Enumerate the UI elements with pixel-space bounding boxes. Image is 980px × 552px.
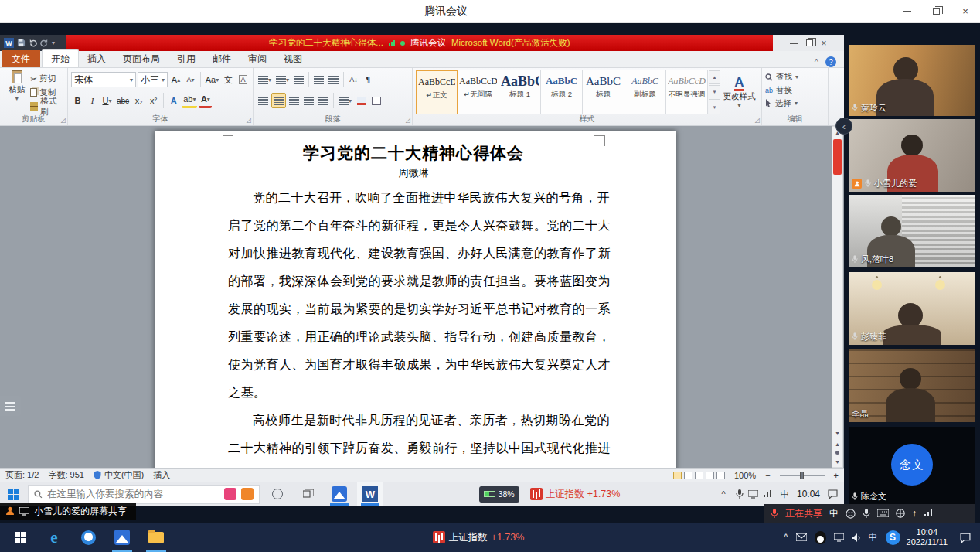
dictation-mic-icon[interactable] <box>863 509 870 519</box>
style-subtle-emphasis[interactable]: AaBbCcD不明显强调 <box>666 70 708 114</box>
participant-tile[interactable]: 黄玲云 <box>849 45 975 116</box>
insert-mode[interactable]: 插入 <box>153 469 170 481</box>
sharing-mic-icon[interactable] <box>771 509 778 519</box>
touch-keyboard-icon[interactable] <box>877 509 889 517</box>
show-hidden-icons-chevron[interactable]: ^ <box>716 489 731 499</box>
tab-mailings[interactable]: 邮件 <box>204 50 240 67</box>
tab-home[interactable]: 开始 <box>42 49 79 67</box>
next-page-icon[interactable]: ▾ <box>832 456 842 467</box>
tab-references[interactable]: 引用 <box>168 50 204 67</box>
previous-page-icon[interactable]: ▴ <box>832 438 842 449</box>
mic-tray-icon[interactable] <box>736 489 744 499</box>
format-painter-button[interactable]: 格式刷 <box>30 100 64 113</box>
tab-insert[interactable]: 插入 <box>79 50 114 67</box>
task-view-button[interactable] <box>295 482 322 506</box>
numbering-button[interactable]: ▾ <box>274 72 291 87</box>
line-spacing-button[interactable]: ▾ <box>337 93 353 108</box>
word-close-icon[interactable]: × <box>821 38 826 49</box>
subscript-button[interactable]: x₂ <box>132 93 145 108</box>
scrollbar-thumb[interactable] <box>833 139 842 175</box>
distribute-button[interactable] <box>317 93 330 108</box>
signal-bars-icon[interactable] <box>924 509 933 517</box>
align-right-button[interactable] <box>288 93 301 108</box>
clipboard-dialog-launcher[interactable]: ◿ <box>61 117 66 124</box>
tab-view[interactable]: 视图 <box>275 50 311 67</box>
participant-tile[interactable]: 李晶 <box>849 349 975 422</box>
edge-button[interactable]: e <box>37 523 71 552</box>
show-hidden-icons-chevron[interactable]: ^ <box>784 532 788 543</box>
align-center-button[interactable] <box>271 93 286 108</box>
start-button[interactable] <box>3 523 37 552</box>
tab-review[interactable]: 审阅 <box>240 50 275 67</box>
print-layout-view-icon[interactable] <box>673 472 682 479</box>
superscript-button[interactable]: x² <box>147 93 160 108</box>
document-page[interactable]: 学习党的二十大精神心得体会 周微琳 党的二十大召开，吹响了全面推进中华民族伟大复… <box>155 131 676 468</box>
bullets-button[interactable]: ▾ <box>257 72 273 87</box>
shrink-font-button[interactable]: A▾ <box>184 72 197 87</box>
save-icon[interactable] <box>17 39 26 47</box>
meeting-tray-icon[interactable]: S <box>886 530 900 545</box>
cortana-button[interactable] <box>264 482 291 506</box>
font-color-button[interactable]: A▾ <box>199 93 212 108</box>
clock[interactable]: 10:04 2022/11/11 <box>900 527 954 547</box>
word-logo-icon[interactable]: W <box>4 38 14 48</box>
emoji-icon[interactable] <box>846 509 856 519</box>
display-tray-icon[interactable] <box>748 490 758 499</box>
replace-button[interactable]: ab 替换 <box>765 83 825 97</box>
borders-button[interactable] <box>369 93 383 108</box>
character-border-button[interactable]: A <box>236 72 250 87</box>
battery-widget[interactable]: 38% <box>479 486 519 503</box>
ime-indicator[interactable]: 中 <box>777 489 792 500</box>
file-explorer-button[interactable] <box>139 523 173 552</box>
minimize-button[interactable] <box>892 0 921 22</box>
cut-button[interactable]: ✂剪切 <box>30 72 64 85</box>
participant-tile[interactable]: 彭臻菲 <box>849 272 975 345</box>
zoom-slider-thumb[interactable] <box>800 472 804 479</box>
participant-tile[interactable]: 小雪儿的爱 <box>849 119 975 192</box>
style-no-spacing[interactable]: AaBbCcDc↵无间隔 <box>458 70 499 114</box>
draft-view-icon[interactable] <box>716 472 725 479</box>
select-browse-object-icon[interactable] <box>835 451 839 455</box>
style-normal[interactable]: AaBbCcDc↵正文 <box>416 70 458 114</box>
tab-page-layout[interactable]: 页面布局 <box>114 50 168 67</box>
redo-icon[interactable] <box>40 39 49 47</box>
styles-dialog-launcher[interactable]: ◿ <box>755 117 760 124</box>
style-heading2[interactable]: AaBbC标题 2 <box>541 70 583 114</box>
shared-start-button[interactable] <box>3 484 23 504</box>
zoom-slider[interactable] <box>780 475 825 476</box>
grow-font-button[interactable]: A▴ <box>169 72 182 87</box>
shared-clock[interactable]: 10:04 <box>797 489 820 499</box>
collapse-ribbon-icon[interactable]: ^ <box>815 57 818 66</box>
language-indicator[interactable]: 中文(中国) <box>94 469 144 481</box>
zoom-out-icon[interactable]: − <box>765 471 770 480</box>
change-case-button[interactable]: Aa▾ <box>204 72 220 87</box>
align-left-button[interactable] <box>257 93 270 108</box>
italic-button[interactable]: I <box>86 93 99 108</box>
multilevel-list-button[interactable] <box>292 72 305 87</box>
shading-button[interactable] <box>355 93 368 108</box>
display-tray-icon[interactable] <box>834 533 844 542</box>
tab-file[interactable]: 文件 <box>2 50 40 67</box>
word-count[interactable]: 字数: 951 <box>48 469 83 481</box>
ime-mode-button[interactable]: 中 <box>829 507 839 520</box>
style-heading1[interactable]: AaBbC标题 1 <box>499 70 541 114</box>
show-marks-button[interactable]: ¶ <box>362 72 375 87</box>
font-name-combo[interactable]: 宋体▾ <box>71 72 136 87</box>
style-title[interactable]: AaBbC标题 <box>583 70 624 114</box>
bold-button[interactable]: B <box>71 93 84 108</box>
font-size-combo[interactable]: 小三▾ <box>138 72 168 87</box>
participant-tile[interactable]: 风,落叶8 <box>849 195 975 267</box>
mail-tray-icon[interactable] <box>796 533 807 541</box>
sidebar-collapse-button[interactable]: ‹ <box>835 118 852 135</box>
shared-search-box[interactable] <box>28 485 260 504</box>
styles-scroll-up-icon[interactable]: ▴ <box>709 70 720 84</box>
increase-indent-button[interactable] <box>327 72 340 87</box>
search-input[interactable] <box>47 489 219 499</box>
help-icon[interactable]: ? <box>825 56 836 67</box>
document-area[interactable]: 学习党的二十大精神心得体会 周微琳 党的二十大召开，吹响了全面推进中华民族伟大复… <box>0 126 844 468</box>
browser-button[interactable] <box>71 523 105 552</box>
styles-gallery-expand-icon[interactable]: ▾ <box>709 101 720 114</box>
local-stock-widget[interactable]: 上证指数 +1.73% <box>433 531 525 544</box>
zoom-in-icon[interactable]: + <box>834 471 839 480</box>
styles-scroll-down-icon[interactable]: ▾ <box>709 85 720 99</box>
